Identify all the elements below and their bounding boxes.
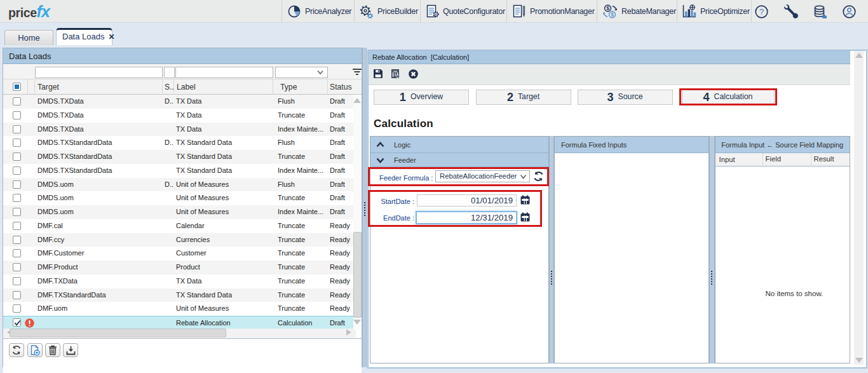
svg-text:$: $ [611, 11, 614, 18]
svg-text:$: $ [606, 5, 609, 11]
svg-text:?: ? [759, 7, 764, 17]
